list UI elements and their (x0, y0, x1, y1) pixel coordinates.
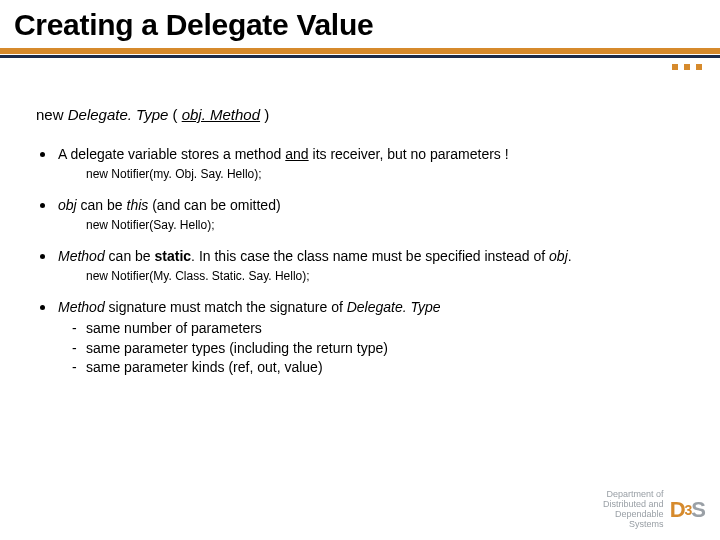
bullet-italic: obj (549, 248, 568, 264)
bullet-text: . (568, 248, 572, 264)
syntax-kw-new: new (36, 106, 64, 123)
footer-line: Systems (603, 520, 664, 530)
sublist: same number of parameters same parameter… (58, 319, 684, 378)
bullet-text: . In this case the class name must be sp… (191, 248, 549, 264)
bullet-list: A delegate variable stores a method and … (36, 145, 684, 378)
bullet-text-underlined: and (285, 146, 308, 162)
footer-text: Department of Distributed and Dependable… (603, 490, 664, 530)
slide: Creating a Delegate Value new Delegate. … (0, 0, 720, 540)
bullet-text: (and can be omitted) (148, 197, 280, 213)
bullet-italic: this (127, 197, 149, 213)
rule-orange (0, 48, 720, 54)
bullet-italic: Delegate. Type (347, 299, 441, 315)
footer: Department of Distributed and Dependable… (603, 490, 706, 530)
syntax-line: new Delegate. Type ( obj. Method ) (36, 106, 684, 123)
code-sample: new Notifier(My. Class. Static. Say. Hel… (58, 268, 684, 284)
sublist-item: same parameter types (including the retu… (72, 339, 684, 359)
decorative-dots (672, 64, 702, 70)
sublist-item: same parameter kinds (ref, out, value) (72, 358, 684, 378)
bullet-italic: Method (58, 299, 105, 315)
bullet-item: Method can be static. In this case the c… (36, 247, 684, 284)
bullet-italic: obj (58, 197, 77, 213)
bullet-text-prefix: A delegate variable stores a method (58, 146, 285, 162)
page-title: Creating a Delegate Value (0, 0, 720, 46)
content-area: new Delegate. Type ( obj. Method ) A del… (0, 58, 720, 378)
logo-s: S (691, 499, 706, 521)
syntax-obj-method: obj. Method (182, 106, 260, 123)
syntax-delegate-type: Delegate. Type (68, 106, 169, 123)
code-sample: new Notifier(Say. Hello); (58, 217, 684, 233)
title-rule (0, 48, 720, 58)
code-sample: new Notifier(my. Obj. Say. Hello); (58, 166, 684, 182)
syntax-rparen: ) (264, 106, 269, 123)
bullet-text: can be (77, 197, 127, 213)
bullet-bold: static (155, 248, 192, 264)
bullet-italic: Method (58, 248, 105, 264)
syntax-lparen: ( (173, 106, 178, 123)
footer-logo: D 3 S (670, 499, 706, 521)
bullet-item: obj can be this (and can be omitted) new… (36, 196, 684, 233)
bullet-text-suffix: its receiver, but no parameters ! (309, 146, 509, 162)
bullet-text: signature must match the signature of (105, 299, 347, 315)
bullet-item: Method signature must match the signatur… (36, 298, 684, 378)
logo-d: D (670, 499, 686, 521)
bullet-text: can be (105, 248, 155, 264)
sublist-item: same number of parameters (72, 319, 684, 339)
bullet-item: A delegate variable stores a method and … (36, 145, 684, 182)
